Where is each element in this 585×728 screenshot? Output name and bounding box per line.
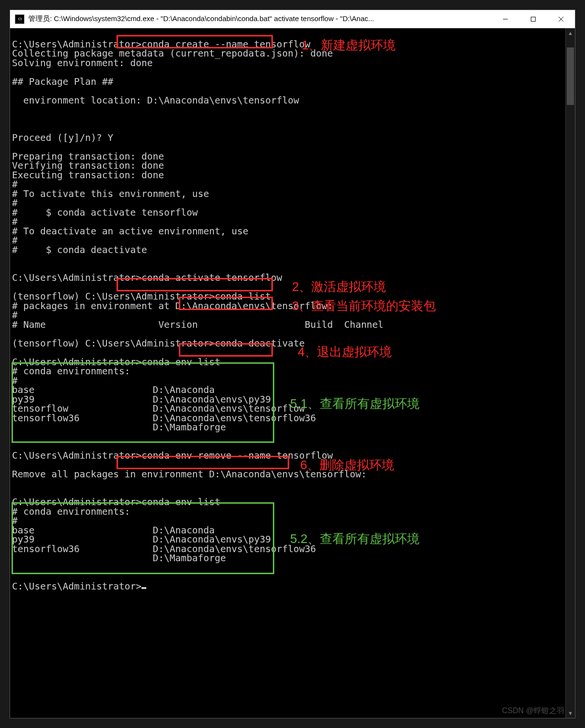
scroll-up-icon[interactable]: ▲ bbox=[566, 28, 575, 38]
scroll-down-icon[interactable]: ▼ bbox=[566, 708, 575, 718]
svg-rect-1 bbox=[531, 17, 536, 21]
cmd-window: C:\ 管理员: C:\Windows\system32\cmd.exe - "… bbox=[10, 10, 575, 718]
titlebar[interactable]: C:\ 管理员: C:\Windows\system32\cmd.exe - "… bbox=[10, 10, 575, 28]
terminal-output[interactable]: C:\Users\Administrator>conda create --na… bbox=[10, 28, 575, 718]
window-title: 管理员: C:\Windows\system32\cmd.exe - "D:\A… bbox=[28, 14, 491, 23]
maximize-button[interactable] bbox=[519, 10, 547, 28]
cmd-icon: C:\ bbox=[15, 14, 24, 24]
scrollbar-thumb[interactable] bbox=[567, 47, 574, 105]
vertical-scrollbar[interactable]: ▲ ▼ bbox=[565, 28, 575, 718]
watermark: CSDN @蜉蝣之羽 bbox=[502, 706, 564, 716]
terminal-cursor bbox=[141, 587, 146, 589]
minimize-button[interactable] bbox=[491, 10, 519, 28]
close-button[interactable] bbox=[547, 10, 575, 28]
